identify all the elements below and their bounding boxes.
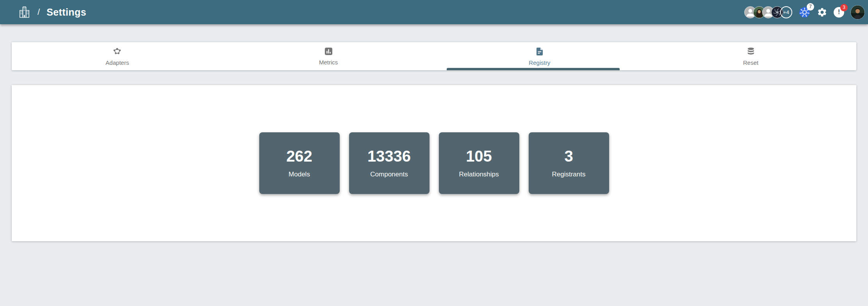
tab-label: Adapters xyxy=(105,59,129,66)
kubernetes-context-count-badge: 7 xyxy=(807,3,814,11)
settings-gear-button[interactable] xyxy=(817,7,827,18)
metrics-chart-icon xyxy=(324,47,333,56)
stat-card-components: 13336 Components xyxy=(349,132,430,194)
registry-stats-row: 262 Models 13336 Components 105 Relation… xyxy=(12,132,856,194)
kubernetes-context-button[interactable]: 7 xyxy=(798,6,811,18)
header-actions: +4 7 xyxy=(744,5,865,20)
adapters-network-icon xyxy=(112,47,122,56)
tab-label: Metrics xyxy=(319,59,338,66)
tab-reset[interactable]: Reset xyxy=(645,42,856,70)
notifications-button[interactable]: ! 3 xyxy=(834,7,844,18)
page-title: Settings xyxy=(46,7,86,18)
app-header: / Settings xyxy=(0,0,868,24)
stat-label: Components xyxy=(370,171,408,178)
building-icon[interactable] xyxy=(18,6,31,19)
profile-avatar[interactable] xyxy=(850,5,865,20)
tab-adapters[interactable]: Adapters xyxy=(12,42,223,70)
avatar-overflow-label: +4 xyxy=(783,9,789,15)
stat-value: 3 xyxy=(564,148,573,164)
settings-tab-bar: Adapters Metrics Registry xyxy=(12,42,856,70)
registry-document-icon xyxy=(535,47,544,56)
stat-value: 262 xyxy=(286,148,312,164)
stat-card-models: 262 Models xyxy=(259,132,340,194)
user-avatar-group[interactable]: +4 xyxy=(744,6,792,18)
stat-value: 13336 xyxy=(367,148,411,164)
reset-database-icon xyxy=(746,47,756,56)
tab-registry[interactable]: Registry xyxy=(434,42,645,70)
breadcrumb: / Settings xyxy=(18,6,86,19)
tab-metrics[interactable]: Metrics xyxy=(223,42,434,70)
notification-count-badge: 3 xyxy=(840,4,848,11)
stat-label: Relationships xyxy=(459,171,499,178)
stat-card-relationships: 105 Relationships xyxy=(439,132,519,194)
alert-glyph: ! xyxy=(838,8,840,16)
stat-label: Models xyxy=(289,171,310,178)
avatar-overflow-count[interactable]: +4 xyxy=(780,6,792,18)
breadcrumb-separator: / xyxy=(37,7,40,17)
stat-value: 105 xyxy=(466,148,492,164)
registry-panel: 262 Models 13336 Components 105 Relation… xyxy=(12,85,856,241)
stat-card-registrants: 3 Registrants xyxy=(529,132,609,194)
tab-label: Registry xyxy=(529,59,550,66)
active-tab-indicator xyxy=(447,68,620,70)
stat-label: Registrants xyxy=(552,171,586,178)
tab-label: Reset xyxy=(743,59,758,66)
